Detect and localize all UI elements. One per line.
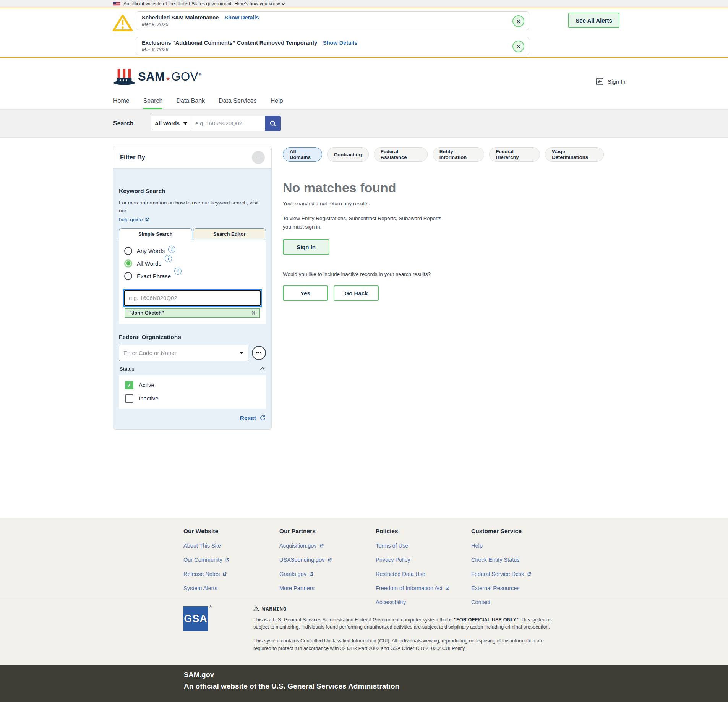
sign-in-button[interactable]: Sign In <box>283 239 329 255</box>
footer-link[interactable]: About This Site <box>183 543 230 549</box>
footer-link[interactable]: Freedom of Information Act <box>376 585 450 591</box>
footer-link[interactable]: USASpending.gov <box>279 557 332 563</box>
external-link-icon <box>309 572 314 577</box>
main-nav: Home Search Data Bank Data Services Help <box>113 94 283 109</box>
external-link-icon <box>319 543 324 548</box>
refresh-icon <box>259 415 266 421</box>
alert-close-icon[interactable]: ✕ <box>512 41 524 52</box>
footer-link[interactable]: Federal Service Desk <box>471 571 532 577</box>
footer-link-label: Restricted Data Use <box>376 571 425 577</box>
nav-help[interactable]: Help <box>271 97 283 109</box>
federal-org-more-icon[interactable]: ••• <box>252 346 266 360</box>
alert-show-details-link[interactable]: Show Details <box>224 15 259 21</box>
info-icon[interactable]: i <box>168 246 175 253</box>
no-matches-subtitle: Your search did not return any results. <box>283 201 604 206</box>
tab-search-editor[interactable]: Search Editor <box>193 228 266 240</box>
radio-any-words[interactable] <box>124 247 132 255</box>
chip-remove-icon[interactable]: ✕ <box>251 310 256 316</box>
footer-link-label: More Partners <box>279 585 315 591</box>
search-submit-button[interactable] <box>265 116 281 131</box>
footer-link-label: USASpending.gov <box>279 557 325 563</box>
footer-link[interactable]: Help <box>471 543 532 549</box>
dark-footer-official-line: An official website of the U.S. General … <box>184 682 728 691</box>
nav-search[interactable]: Search <box>143 97 163 109</box>
how-you-know-link[interactable]: Here’s how you know <box>235 1 285 6</box>
domain-federal-assistance[interactable]: Federal Assistance <box>374 147 428 162</box>
external-link-icon <box>327 558 332 563</box>
domain-entity-information[interactable]: Entity Information <box>433 147 484 162</box>
collapse-filters-icon[interactable]: − <box>252 151 265 164</box>
chevron-down-icon <box>281 3 285 5</box>
footer-link[interactable]: External Resources <box>471 585 532 591</box>
logo-registered-mark: ® <box>199 73 202 77</box>
footer-link[interactable]: Release Notes <box>183 571 230 577</box>
checkbox-active[interactable]: ✓ <box>125 381 133 389</box>
footer-link[interactable]: More Partners <box>279 585 332 591</box>
radio-label-any-words: Any Words <box>137 248 165 254</box>
external-link-icon <box>222 572 227 577</box>
search-mode-select[interactable]: All Words <box>151 116 191 131</box>
radio-row-any-words: Any Words i <box>124 247 261 255</box>
magnifier-icon <box>269 120 277 128</box>
status-accordion-toggle[interactable]: Status <box>119 366 266 372</box>
footer-col-customer-service: Customer Service Help Check Entity Statu… <box>471 528 532 605</box>
footer-link[interactable]: Terms of Use <box>376 543 450 549</box>
footer-link[interactable]: Our Community <box>183 557 230 563</box>
help-guide-link[interactable]: help guide <box>119 217 149 222</box>
domain-pills: All Domains Contracting Federal Assistan… <box>283 147 604 162</box>
info-icon[interactable]: i <box>165 255 172 262</box>
keyword-search-input[interactable] <box>124 290 261 306</box>
keyword-chip: "John Oketch" ✕ <box>125 308 260 318</box>
yes-button[interactable]: Yes <box>283 285 328 301</box>
reset-filters[interactable]: Reset <box>119 415 266 422</box>
header-sign-in[interactable]: Sign In <box>595 77 626 86</box>
radio-exact-phrase[interactable] <box>124 272 132 280</box>
footer-link[interactable]: Check Entity Status <box>471 557 532 563</box>
footer-link[interactable]: Restricted Data Use <box>376 571 450 577</box>
warning-p1-bold: "FOR OFFICIAL USE ONLY." <box>454 617 519 623</box>
caret-down-icon[interactable] <box>240 352 243 354</box>
footer-link-label: Freedom of Information Act <box>376 585 443 591</box>
radio-all-words[interactable] <box>124 259 132 268</box>
federal-organizations-row: ••• <box>119 345 266 361</box>
domain-wage-determinations[interactable]: Wage Determinations <box>545 147 604 162</box>
federal-org-combobox <box>119 345 248 361</box>
footer-link[interactable]: System Alerts <box>183 585 230 591</box>
federal-org-input[interactable] <box>119 345 248 361</box>
radio-row-exact-phrase: Exact Phrase i <box>124 272 261 280</box>
domain-all-domains[interactable]: All Domains <box>283 147 322 162</box>
footer-col-our-website: Our Website About This Site Our Communit… <box>183 528 230 591</box>
see-all-alerts-button[interactable]: See All Alerts <box>568 13 619 28</box>
filter-by-title: Filter By <box>120 154 145 161</box>
info-icon[interactable]: i <box>174 268 182 275</box>
tab-simple-search[interactable]: Simple Search <box>119 228 192 240</box>
radio-row-all-words: All Words i <box>124 259 261 268</box>
nav-home[interactable]: Home <box>113 97 130 109</box>
go-back-button[interactable]: Go Back <box>334 285 379 301</box>
alert-show-details-link[interactable]: Show Details <box>323 40 357 46</box>
footer-link-label: System Alerts <box>183 585 217 591</box>
alert-list: Scheduled SAM Maintenance Show Details M… <box>136 11 529 62</box>
search-row-label: Search <box>113 120 151 127</box>
footer-link-label: Privacy Policy <box>376 557 410 563</box>
alert-close-icon[interactable]: ✕ <box>512 15 524 27</box>
help-guide-label: help guide <box>119 217 143 222</box>
nav-data-bank[interactable]: Data Bank <box>176 97 205 109</box>
footer-link[interactable]: Privacy Policy <box>376 557 450 563</box>
sam-gov-logo[interactable]: ★ ★ ★ SAM ★ GOV ® <box>113 68 202 85</box>
dark-footer-site: SAM.gov <box>184 671 728 679</box>
global-search-input[interactable] <box>191 116 265 131</box>
search-mode-value: All Words <box>155 120 180 126</box>
footer: Our Website About This Site Our Communit… <box>0 518 728 665</box>
domain-federal-hierarchy[interactable]: Federal Hierarchy <box>489 147 540 162</box>
checkbox-inactive[interactable] <box>125 394 133 403</box>
domain-contracting[interactable]: Contracting <box>327 147 369 162</box>
footer-link-label: Terms of Use <box>376 543 408 549</box>
footer-link-label: Contact <box>471 599 490 605</box>
footer-link[interactable]: Acquisition.gov <box>279 543 332 549</box>
footer-link[interactable]: Contact <box>471 599 532 605</box>
footer-link[interactable]: Grants.gov <box>279 571 332 577</box>
alert-date: Mar 9, 2026 <box>142 21 510 27</box>
nav-data-services[interactable]: Data Services <box>219 97 257 109</box>
footer-link[interactable]: Accessibility <box>376 599 450 605</box>
